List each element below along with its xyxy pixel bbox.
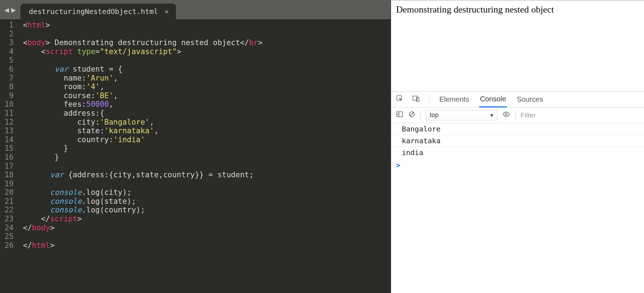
devtools-tabs: Elements Console Sources [391, 92, 644, 107]
console-toolbar: top Filter [391, 107, 644, 123]
code-line: console.log(country); [23, 206, 391, 215]
line-number: 8 [0, 82, 14, 91]
console-output: Bangalorekarnatakaindia> [391, 123, 644, 172]
code-line [23, 56, 391, 65]
code-line: <script type="text/javascript"> [23, 47, 391, 56]
code-line: } [23, 144, 391, 153]
line-number: 10 [0, 100, 14, 109]
line-number: 7 [0, 74, 14, 83]
code-line: console.log(city); [23, 188, 391, 197]
code-line: var student = { [23, 65, 391, 74]
code-line: console.log(state); [23, 197, 391, 206]
code-line: state:'karnataka', [23, 126, 391, 135]
line-number: 26 [0, 241, 14, 250]
code-line: course:'BE', [23, 91, 391, 100]
tab-title: destructuringNestedObject.html [29, 7, 158, 16]
line-number-gutter: 1234567891011121314151617181920212223242… [0, 21, 17, 293]
line-number: 5 [0, 56, 14, 65]
code-area[interactable]: <html> <body> Demonstrating destructurin… [17, 21, 391, 293]
code-line: room:'4', [23, 82, 391, 91]
line-number: 22 [0, 206, 14, 215]
console-line: karnataka [391, 135, 644, 147]
code-line: name:'Arun', [23, 74, 391, 83]
line-number: 12 [0, 118, 14, 127]
console-line: india [391, 147, 644, 159]
line-number: 24 [0, 224, 14, 232]
separator [515, 111, 516, 120]
tab-console[interactable]: Console [479, 92, 507, 107]
code-line [23, 30, 391, 39]
code-line: </script> [23, 215, 391, 224]
code-line: </body> [23, 224, 391, 232]
line-number: 23 [0, 215, 14, 224]
line-number: 6 [0, 65, 14, 74]
code-line [23, 179, 391, 188]
line-number: 19 [0, 179, 14, 188]
clear-console-icon[interactable] [408, 111, 415, 120]
line-number: 14 [0, 135, 14, 144]
svg-rect-3 [397, 112, 402, 117]
code-line: city:'Bangalore', [23, 118, 391, 127]
nav-back-icon[interactable]: ◀ [4, 5, 9, 14]
svg-point-7 [505, 113, 507, 115]
separator [429, 95, 429, 104]
live-expression-icon[interactable] [502, 110, 510, 120]
console-prompt[interactable]: > [391, 159, 644, 172]
console-sidebar-icon[interactable] [396, 111, 403, 120]
line-number: 2 [0, 30, 14, 39]
line-number: 21 [0, 197, 14, 206]
code-line: var {address:{city,state,country}} = stu… [23, 170, 391, 179]
line-number: 16 [0, 153, 14, 162]
browser-pane: Demonstrating destructuring nested objec… [391, 0, 644, 293]
tab-sources[interactable]: Sources [516, 95, 544, 104]
line-number: 4 [0, 47, 14, 56]
tab-elements[interactable]: Elements [439, 95, 470, 104]
file-tab[interactable]: destructuringNestedObject.html × [20, 4, 176, 19]
nav-arrows: ◀ ▶ [0, 0, 20, 19]
line-number: 9 [0, 91, 14, 100]
nav-forward-icon[interactable]: ▶ [11, 5, 16, 14]
line-number: 18 [0, 170, 14, 179]
svg-line-6 [410, 112, 414, 116]
line-number: 15 [0, 144, 14, 153]
code-line: <html> [23, 21, 391, 30]
svg-rect-2 [416, 97, 419, 101]
page-text: Demonstrating destructuring nested objec… [396, 4, 554, 15]
tab-bar: ◀ ▶ destructuringNestedObject.html × [0, 0, 391, 19]
close-tab-icon[interactable]: × [165, 7, 169, 16]
code-line: country:'india' [23, 135, 391, 144]
code-line [23, 232, 391, 241]
line-number: 20 [0, 188, 14, 197]
page-content: Demonstrating destructuring nested objec… [391, 0, 644, 91]
devtools: Elements Console Sources top [391, 91, 644, 293]
line-number: 3 [0, 38, 14, 47]
console-line: Bangalore [391, 123, 644, 135]
code-line: <body> Demonstrating destructuring neste… [23, 38, 391, 47]
line-number: 17 [0, 162, 14, 171]
code-line: } [23, 153, 391, 162]
separator [420, 111, 421, 120]
code-line: </html> [23, 241, 391, 250]
line-number: 1 [0, 21, 14, 30]
editor-pane: ◀ ▶ destructuringNestedObject.html × 123… [0, 0, 391, 293]
filter-input[interactable]: Filter [521, 111, 536, 119]
line-number: 13 [0, 126, 14, 135]
code-line: address:{ [23, 109, 391, 118]
editor-body: 1234567891011121314151617181920212223242… [0, 19, 391, 293]
code-line [23, 162, 391, 171]
line-number: 25 [0, 232, 14, 241]
inspect-icon[interactable] [396, 95, 403, 104]
context-selector[interactable]: top [426, 110, 497, 120]
line-number: 11 [0, 109, 14, 118]
device-toggle-icon[interactable] [413, 95, 420, 104]
code-line: fees:50000, [23, 100, 391, 109]
